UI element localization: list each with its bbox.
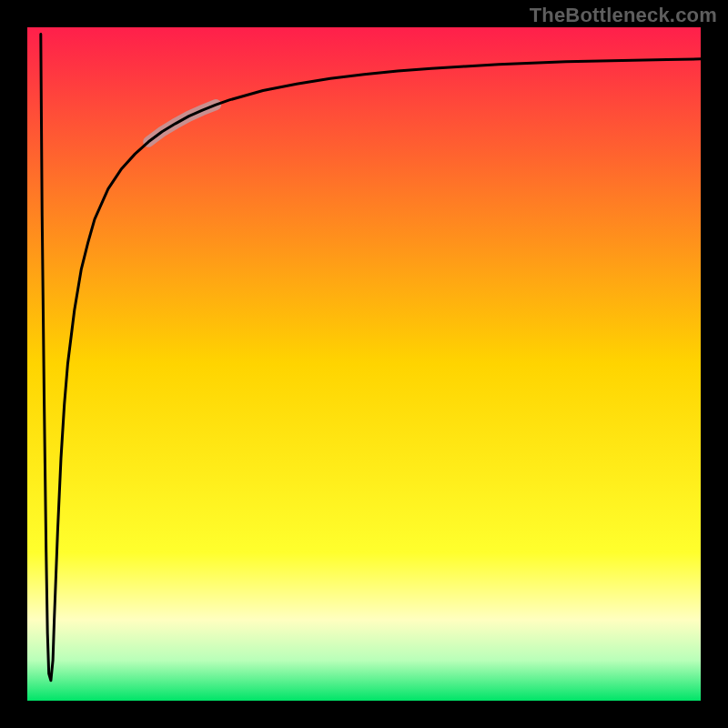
gradient-background	[27, 27, 701, 701]
plot-area	[27, 27, 701, 701]
watermark-text: TheBottleneck.com	[530, 4, 717, 27]
chart-stage: TheBottleneck.com	[0, 0, 728, 728]
plot-svg	[27, 27, 701, 701]
